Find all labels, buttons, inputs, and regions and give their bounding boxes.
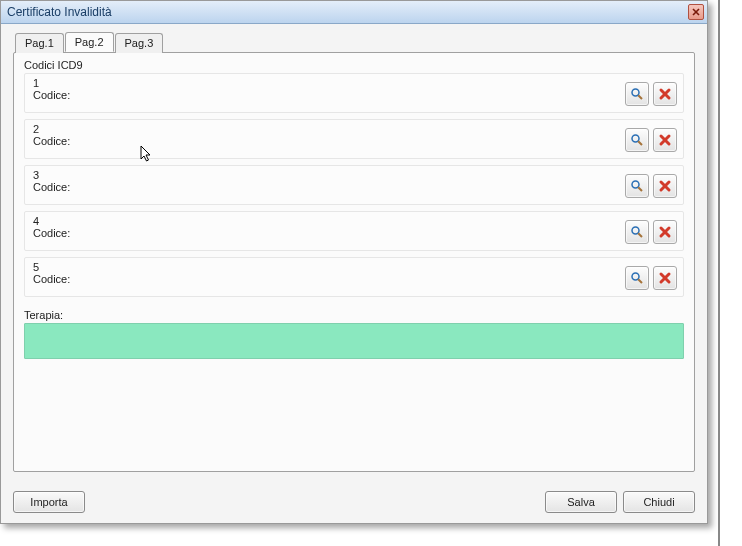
lookup-button[interactable]: [625, 220, 649, 244]
close-button[interactable]: [688, 4, 704, 20]
tab-pag3[interactable]: Pag.3: [115, 33, 164, 53]
magnifier-icon: [630, 179, 644, 193]
magnifier-icon: [630, 225, 644, 239]
code-label: Codice:: [33, 135, 70, 147]
dialog-button-bar: Importa Salva Chiudi: [13, 491, 695, 513]
titlebar: Certificato Invalidità: [1, 1, 707, 24]
delete-icon: [658, 179, 672, 193]
code-label: Codice:: [33, 89, 70, 101]
code-row-5: 5 Codice:: [24, 257, 684, 297]
svg-point-14: [632, 227, 639, 234]
svg-line-3: [638, 95, 642, 99]
svg-point-18: [632, 273, 639, 280]
importa-button[interactable]: Importa: [13, 491, 85, 513]
delete-button[interactable]: [653, 174, 677, 198]
lookup-button[interactable]: [625, 128, 649, 152]
salva-button[interactable]: Salva: [545, 491, 617, 513]
code-label: Codice:: [33, 273, 70, 285]
parent-frame-edge: [718, 0, 720, 546]
delete-icon: [658, 133, 672, 147]
delete-button[interactable]: [653, 128, 677, 152]
svg-line-15: [638, 233, 642, 237]
delete-button[interactable]: [653, 220, 677, 244]
lookup-button[interactable]: [625, 82, 649, 106]
dialog-content: Pag.1 Pag.2 Pag.3 Codici ICD9 1 Codice:: [1, 24, 707, 523]
section-title: Codici ICD9: [24, 59, 684, 71]
lookup-button[interactable]: [625, 174, 649, 198]
tab-pag1[interactable]: Pag.1: [15, 33, 64, 53]
code-row-1: 1 Codice:: [24, 73, 684, 113]
delete-button[interactable]: [653, 82, 677, 106]
code-number: 4: [33, 215, 70, 227]
close-icon: [692, 8, 700, 16]
code-label: Codice:: [33, 181, 70, 193]
code-row-4: 4 Codice:: [24, 211, 684, 251]
tab-panel: Codici ICD9 1 Codice:: [13, 52, 695, 472]
code-row-2: 2 Codice:: [24, 119, 684, 159]
terapia-section: Terapia:: [24, 309, 684, 361]
code-number: 3: [33, 169, 70, 181]
svg-point-2: [632, 89, 639, 96]
code-number: 1: [33, 77, 70, 89]
dialog-window: Certificato Invalidità Pag.1 Pag.2 Pag.3…: [0, 0, 708, 524]
svg-line-19: [638, 279, 642, 283]
svg-line-11: [638, 187, 642, 191]
chiudi-button[interactable]: Chiudi: [623, 491, 695, 513]
code-number: 2: [33, 123, 70, 135]
code-label: Codice:: [33, 227, 70, 239]
svg-point-6: [632, 135, 639, 142]
delete-icon: [658, 87, 672, 101]
svg-line-7: [638, 141, 642, 145]
terapia-label: Terapia:: [24, 309, 684, 321]
tab-strip: Pag.1 Pag.2 Pag.3: [15, 32, 695, 52]
magnifier-icon: [630, 271, 644, 285]
delete-icon: [658, 225, 672, 239]
lookup-button[interactable]: [625, 266, 649, 290]
delete-icon: [658, 271, 672, 285]
code-row-3: 3 Codice:: [24, 165, 684, 205]
tab-pag2[interactable]: Pag.2: [65, 32, 114, 52]
delete-button[interactable]: [653, 266, 677, 290]
magnifier-icon: [630, 133, 644, 147]
window-title: Certificato Invalidità: [7, 5, 112, 19]
svg-point-10: [632, 181, 639, 188]
magnifier-icon: [630, 87, 644, 101]
code-number: 5: [33, 261, 70, 273]
terapia-input[interactable]: [24, 323, 684, 359]
